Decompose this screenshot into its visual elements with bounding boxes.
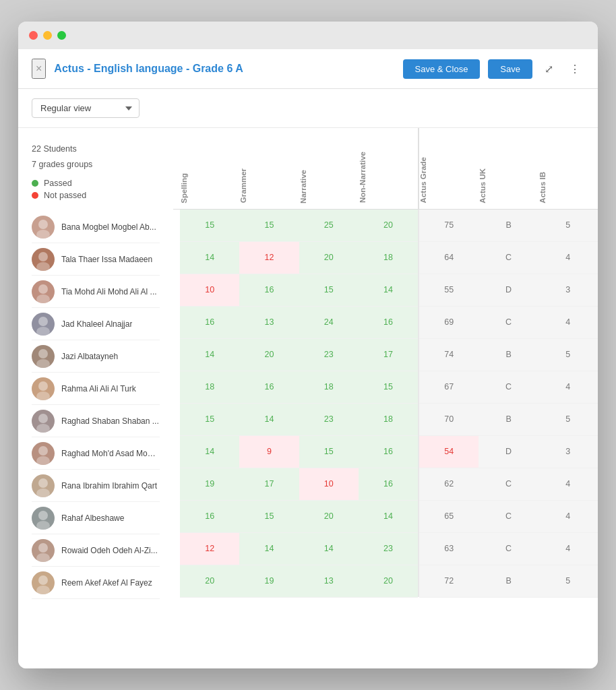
grade-cell[interactable]: 15 <box>239 500 299 532</box>
grade-cell[interactable]: C <box>479 371 538 403</box>
grade-cell[interactable]: 4 <box>538 532 598 565</box>
grade-cell[interactable]: C <box>479 532 538 565</box>
grade-cell[interactable]: 18 <box>299 371 359 403</box>
grade-cell[interactable]: 15 <box>299 274 359 306</box>
grade-cell[interactable]: 13 <box>299 565 359 597</box>
grade-cell[interactable]: C <box>479 500 538 532</box>
grade-cell[interactable]: D <box>479 435 538 468</box>
grade-cell[interactable]: 14 <box>359 500 418 532</box>
grade-cell[interactable]: D <box>479 274 538 306</box>
grade-cell[interactable]: 16 <box>239 274 299 306</box>
grade-cell[interactable]: 12 <box>180 532 239 565</box>
grade-cell[interactable]: 16 <box>180 500 239 532</box>
grade-cell[interactable]: 18 <box>359 403 418 435</box>
grade-cell[interactable]: 18 <box>180 371 239 403</box>
save-button[interactable]: Save <box>488 59 532 79</box>
grade-cell[interactable]: 20 <box>299 241 359 274</box>
col-header-grammer: Grammer <box>239 128 299 209</box>
grade-cell[interactable]: 17 <box>239 468 299 500</box>
grade-cell[interactable]: B <box>479 403 538 435</box>
grade-cell[interactable]: 14 <box>180 241 239 274</box>
grade-cell[interactable]: C <box>479 306 538 338</box>
grade-cell[interactable]: 16 <box>359 468 418 500</box>
grade-cell[interactable]: B <box>479 338 538 371</box>
grade-cell[interactable]: 64 <box>419 241 479 274</box>
col-header-label: Actus Grade <box>419 153 427 203</box>
grade-cell[interactable]: 16 <box>239 371 299 403</box>
more-options-button[interactable]: ⋮ <box>565 60 584 78</box>
grade-cell[interactable]: C <box>479 241 538 274</box>
grade-cell[interactable]: 19 <box>180 468 239 500</box>
grade-cell[interactable]: 4 <box>538 241 598 274</box>
grade-cell[interactable]: 14 <box>239 532 299 565</box>
grade-cell[interactable]: 23 <box>299 338 359 371</box>
grade-cell[interactable]: 5 <box>538 403 598 435</box>
grade-cell[interactable]: 54 <box>419 435 479 468</box>
grade-cell[interactable]: 17 <box>359 338 418 371</box>
svg-point-2 <box>38 252 48 261</box>
grade-cell[interactable]: 74 <box>419 338 479 371</box>
grade-cell[interactable]: C <box>479 468 538 500</box>
grade-cell[interactable]: 25 <box>299 209 359 241</box>
grade-cell[interactable]: 9 <box>239 435 299 468</box>
grade-cell[interactable]: 65 <box>419 500 479 532</box>
grade-cell[interactable]: 19 <box>239 565 299 597</box>
grade-cell[interactable]: 4 <box>538 500 598 532</box>
grade-cell[interactable]: 16 <box>359 306 418 338</box>
grade-cell[interactable]: 5 <box>538 565 598 597</box>
grade-cell[interactable]: B <box>479 565 538 597</box>
grade-cell[interactable]: 4 <box>538 306 598 338</box>
traffic-light-yellow[interactable] <box>43 31 52 40</box>
grade-cell[interactable]: 10 <box>180 274 239 306</box>
grade-cell[interactable]: 15 <box>299 435 359 468</box>
grade-cell[interactable]: 12 <box>239 241 299 274</box>
grade-cell[interactable]: 3 <box>538 435 598 468</box>
grade-cell[interactable]: 14 <box>299 532 359 565</box>
grade-cell[interactable]: 10 <box>299 468 359 500</box>
grade-cell[interactable]: 20 <box>239 338 299 371</box>
grade-cell[interactable]: 20 <box>359 565 418 597</box>
grade-cell[interactable]: 13 <box>239 306 299 338</box>
grade-cell[interactable]: 14 <box>239 403 299 435</box>
grade-cell[interactable]: 15 <box>239 209 299 241</box>
avatar <box>32 410 55 433</box>
grade-cell[interactable]: 16 <box>359 435 418 468</box>
grade-cell[interactable]: 70 <box>419 403 479 435</box>
grade-cell[interactable]: 15 <box>359 371 418 403</box>
grade-cell[interactable]: 20 <box>299 500 359 532</box>
grade-cell[interactable]: 18 <box>359 241 418 274</box>
svg-point-23 <box>36 586 50 594</box>
traffic-light-red[interactable] <box>29 31 38 40</box>
grade-cell[interactable]: 14 <box>180 435 239 468</box>
grade-row: 1613241669C4 <box>173 306 598 338</box>
grade-cell[interactable]: 23 <box>299 403 359 435</box>
grade-cell[interactable]: 4 <box>538 371 598 403</box>
grade-cell[interactable]: 67 <box>419 371 479 403</box>
grade-cell[interactable]: B <box>479 209 538 241</box>
grade-cell[interactable]: 4 <box>538 468 598 500</box>
expand-button[interactable]: ⤢ <box>541 60 557 78</box>
grade-cell[interactable]: 14 <box>180 338 239 371</box>
grade-cell[interactable]: 20 <box>180 565 239 597</box>
grade-cell[interactable]: 14 <box>359 274 418 306</box>
grade-cell[interactable]: 72 <box>419 565 479 597</box>
view-select[interactable]: Regular view Compact view Detailed view <box>32 98 140 118</box>
grade-cell[interactable]: 75 <box>419 209 479 241</box>
grade-cell[interactable]: 24 <box>299 306 359 338</box>
grade-cell[interactable]: 5 <box>538 338 598 371</box>
save-close-button[interactable]: Save & Close <box>403 59 481 79</box>
grade-cell[interactable]: 20 <box>359 209 418 241</box>
traffic-light-green[interactable] <box>57 31 66 40</box>
grade-cell[interactable]: 69 <box>419 306 479 338</box>
grade-cell[interactable]: 15 <box>180 209 239 241</box>
student-row: Jad Khaleel Alnajjar <box>32 308 160 340</box>
grade-cell[interactable]: 55 <box>419 274 479 306</box>
close-button[interactable]: × <box>32 59 46 79</box>
grade-cell[interactable]: 3 <box>538 274 598 306</box>
grade-cell[interactable]: 62 <box>419 468 479 500</box>
grade-cell[interactable]: 15 <box>180 403 239 435</box>
grade-cell[interactable]: 5 <box>538 209 598 241</box>
grade-cell[interactable]: 63 <box>419 532 479 565</box>
grade-cell[interactable]: 23 <box>359 532 418 565</box>
grade-cell[interactable]: 16 <box>180 306 239 338</box>
